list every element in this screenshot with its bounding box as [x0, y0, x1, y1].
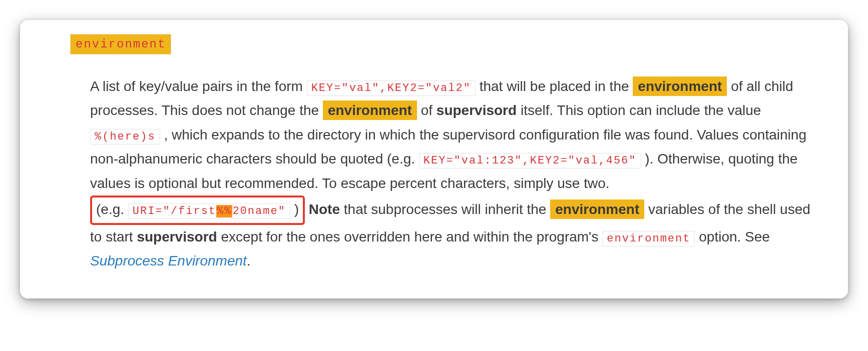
text-segment: that will be placed in the	[480, 78, 633, 94]
term-heading-wrapper: environment	[70, 34, 171, 54]
code-literal-environment-option: environment	[602, 231, 695, 246]
code-literal-keyval: KEY="val",KEY2="val2"	[307, 80, 476, 96]
term-name-code: environment	[70, 34, 171, 54]
text-segment: itself. This option can include the valu…	[521, 102, 761, 118]
description-paragraph: A list of key/value pairs in the form KE…	[90, 74, 818, 274]
text-segment: .	[247, 253, 251, 268]
bold-supervisord: supervisord	[437, 102, 517, 118]
bold-supervisord: supervisord	[137, 229, 217, 244]
text-segment: of	[421, 102, 437, 118]
code-part-b: 20name"	[232, 205, 285, 218]
text-segment: option. See	[699, 229, 770, 244]
highlighted-term-environment: environment	[550, 200, 644, 219]
text-segment: that subprocesses will inherit the	[344, 202, 550, 217]
code-part-percent-highlight: %%	[216, 205, 232, 218]
link-subprocess-environment[interactable]: Subprocess Environment	[90, 253, 247, 268]
text-segment: except for the ones overridden here and …	[221, 229, 602, 244]
bold-note: Note	[309, 202, 340, 217]
code-part-a: URI="/first	[133, 205, 216, 218]
annotation-eg-open: (e.g.	[96, 202, 128, 217]
annotation-red-box: (e.g. URI="/first%%20name" )	[90, 196, 305, 224]
text-segment: A list of key/value pairs in the form	[90, 78, 307, 94]
annotation-eg-close: )	[294, 202, 299, 217]
highlighted-term-environment: environment	[633, 76, 727, 96]
code-literal-quoted: KEY="val:123",KEY2="val,456"	[419, 153, 641, 168]
documentation-card: environment A list of key/value pairs in…	[20, 20, 848, 298]
highlighted-term-environment: environment	[323, 100, 417, 120]
code-literal-uri: URI="/first%%20name"	[128, 204, 290, 219]
description-block: A list of key/value pairs in the form KE…	[90, 74, 818, 274]
code-literal-here: %(here)s	[90, 129, 160, 144]
